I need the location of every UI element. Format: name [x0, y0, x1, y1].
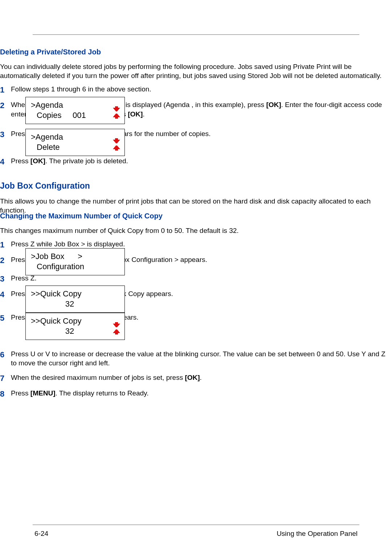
step-number: 2	[0, 255, 11, 266]
section-deleting-p3: 4Press [OK]. The private job is deleted.	[0, 156, 392, 172]
footer-section-title: Using the Operation Panel	[277, 530, 358, 538]
step-4: 4Press [OK]. The private job is deleted.	[0, 156, 392, 167]
step-number: 4	[0, 289, 11, 300]
heading-deleting: Deleting a Private/Stored Job	[0, 47, 392, 57]
lcd-box: >Agenda Copies 001	[25, 97, 125, 124]
intro-deleting: You can individually delete stored jobs …	[0, 62, 392, 81]
lcd-box: >>Quick Copy 32	[25, 313, 125, 340]
step-number: 3	[0, 129, 11, 140]
qc-step-8: 8Press [MENU]. The display returns to Re…	[0, 389, 392, 399]
qc-step-7: 7When the desired maximum number of jobs…	[0, 373, 392, 383]
section-quickcopy-p4: 6Press U or V to increase or decrease th…	[0, 349, 392, 404]
step-1: 1Follow steps 1 through 6 in the above s…	[0, 85, 392, 95]
step-number: 4	[0, 156, 11, 167]
up-arrow-icon	[112, 327, 121, 337]
qc-step-6: 6Press U or V to increase or decrease th…	[0, 349, 392, 368]
lcd-box: >Agenda Delete	[25, 129, 125, 156]
lcd-quickcopy-2: >>Quick Copy 32	[25, 313, 125, 340]
intro-quickcopy: This changes maximum number of Quick Cop…	[0, 226, 392, 235]
step-number: 1	[0, 239, 11, 250]
lcd-jobbox-config: >Job Box > Configuration	[25, 248, 125, 275]
heading-quickcopy: Changing the Maximum Number of Quick Cop…	[0, 211, 392, 221]
lcd-agenda-delete: >Agenda Delete	[25, 129, 125, 156]
up-arrow-icon	[112, 143, 121, 153]
step-number: 2	[0, 100, 11, 111]
step-number: 1	[0, 85, 11, 95]
step-number: 8	[0, 389, 11, 399]
up-arrow-icon	[112, 111, 121, 121]
lcd-agenda-copies: >Agenda Copies 001	[25, 97, 125, 124]
step-number: 5	[0, 313, 11, 323]
lcd-quickcopy-1: >>Quick Copy 32	[25, 286, 125, 313]
step-number: 3	[0, 274, 11, 284]
step-number: 6	[0, 349, 11, 360]
lcd-box: >Job Box > Configuration	[25, 248, 125, 275]
heading-jobbox: Job Box Configuration	[0, 180, 392, 192]
footer-page-number: 6-24	[34, 530, 48, 538]
lcd-box: >>Quick Copy 32	[25, 286, 125, 313]
step-number: 7	[0, 373, 11, 383]
